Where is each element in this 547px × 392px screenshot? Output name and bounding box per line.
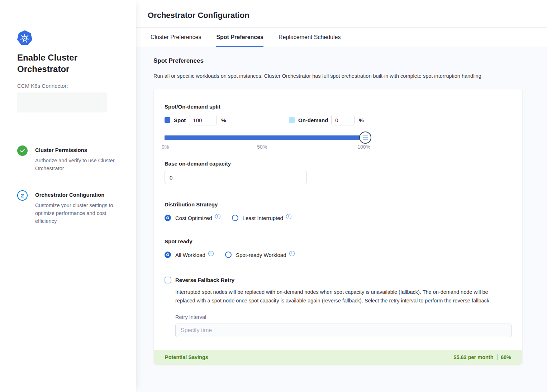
spot-percent-input[interactable] xyxy=(189,115,217,125)
radio-selected-icon[interactable] xyxy=(165,252,171,258)
radio-spot-ready-workload[interactable]: Spot-ready Workload xyxy=(225,252,295,258)
radio-label: Spot-ready Workload xyxy=(236,252,286,258)
radio-label: Cost Optimized xyxy=(175,215,212,221)
base-capacity-field: Base on-demand capacity xyxy=(165,161,511,184)
savings-separator: | xyxy=(496,353,498,360)
radio-label: All Workload xyxy=(175,252,205,258)
step-orchestrator-configuration[interactable]: 2 Orchestrator Configuration Customize y… xyxy=(17,190,122,225)
page-title: Orchestrator Configuration xyxy=(148,11,547,20)
radio-selected-icon[interactable] xyxy=(165,215,171,221)
tab-spot-preferences[interactable]: Spot Preferences xyxy=(216,28,263,47)
connector-label: CCM K8s Connector: xyxy=(17,83,122,89)
step-title: Cluster Permissions xyxy=(35,147,118,153)
spot-ready-options: All Workload Spot-ready Workload xyxy=(165,252,511,258)
slider-track[interactable] xyxy=(165,135,365,140)
spot-ready-label: Spot ready xyxy=(165,238,511,244)
section-description: Run all or specific workloads on spot in… xyxy=(153,73,523,79)
step-cluster-permissions[interactable]: Cluster Permissions Authorize and verify… xyxy=(17,145,122,172)
distribution-strategy-options: Cost Optimized Least Interrupted xyxy=(165,215,511,221)
step-number-icon: 2 xyxy=(17,190,28,201)
split-slider: 0% 50% 100% xyxy=(165,135,365,150)
potential-savings-bar: Potential Savings $5.62 per month | 60% xyxy=(154,350,522,365)
slider-handle-icon[interactable] xyxy=(359,132,371,144)
radio-unselected-icon[interactable] xyxy=(232,215,238,221)
check-circle-icon xyxy=(17,145,28,156)
step-description: Authorize and verify to use Cluster Orch… xyxy=(35,157,118,172)
slider-ticks: 0% 50% 100% xyxy=(165,144,365,150)
radio-cost-optimized[interactable]: Cost Optimized xyxy=(165,215,220,221)
base-capacity-input[interactable] xyxy=(165,171,307,184)
page-header: Orchestrator Configuration xyxy=(136,0,547,27)
tab-content: Spot Preferences Run all or specific wor… xyxy=(136,47,547,392)
distribution-strategy-label: Distribution Strategy xyxy=(165,201,511,207)
savings-amount: $5.62 per month xyxy=(453,354,493,360)
ondemand-color-swatch-icon xyxy=(289,117,295,123)
reverse-fallback-description: Interrupted spot nodes will be replaced … xyxy=(175,288,509,305)
step-title: Orchestrator Configuration xyxy=(35,192,118,198)
radio-label: Least Interrupted xyxy=(243,215,283,221)
info-icon[interactable] xyxy=(286,214,291,219)
split-label: Spot/On-demand split xyxy=(165,104,511,110)
ondemand-label: On-demand xyxy=(298,117,328,123)
step-description: Customize your cluster settings to optim… xyxy=(35,201,118,225)
connector-value-box xyxy=(17,92,107,113)
wizard-title: Enable Cluster Orchestrator xyxy=(17,52,96,75)
potential-savings-label: Potential Savings xyxy=(165,354,208,360)
ondemand-percent-input[interactable] xyxy=(331,115,355,125)
tab-replacement-schedules[interactable]: Replacement Schedules xyxy=(279,28,341,47)
kubernetes-icon xyxy=(17,30,32,46)
reverse-fallback-section: Reverse Fallback Retry Interrupted spot … xyxy=(165,277,511,337)
percent-sign: % xyxy=(359,117,363,123)
radio-all-workload[interactable]: All Workload xyxy=(165,252,214,258)
percent-sign: % xyxy=(221,117,226,123)
wizard-sidebar: Enable Cluster Orchestrator CCM K8s Conn… xyxy=(0,0,136,392)
reverse-fallback-checkbox[interactable] xyxy=(165,277,171,283)
ondemand-split-group: On-demand % xyxy=(289,115,364,125)
potential-savings-value: $5.62 per month | 60% xyxy=(453,354,511,361)
spot-preferences-card: Spot/On-demand split Spot % On-demand % xyxy=(153,89,523,365)
tick-50: 50% xyxy=(257,144,267,150)
radio-least-interrupted[interactable]: Least Interrupted xyxy=(232,215,291,221)
base-capacity-label: Base on-demand capacity xyxy=(165,161,511,167)
tab-bar: Cluster Preferences Spot Preferences Rep… xyxy=(136,28,547,47)
info-icon[interactable] xyxy=(208,251,214,256)
retry-interval-input[interactable] xyxy=(175,324,512,337)
split-row: Spot % On-demand % xyxy=(165,115,511,125)
spot-label: Spot xyxy=(174,117,186,123)
info-icon[interactable] xyxy=(215,214,220,219)
tick-100: 100% xyxy=(357,144,370,150)
radio-unselected-icon[interactable] xyxy=(225,252,232,258)
retry-interval-label: Retry Interval xyxy=(175,314,511,320)
reverse-fallback-label: Reverse Fallback Retry xyxy=(175,277,234,283)
main-panel: Orchestrator Configuration Cluster Prefe… xyxy=(136,0,547,392)
savings-percent: 60% xyxy=(501,354,511,360)
spot-split-group: Spot % xyxy=(165,115,289,125)
wizard-steps: Cluster Permissions Authorize and verify… xyxy=(17,145,122,225)
tick-0: 0% xyxy=(162,144,169,150)
info-icon[interactable] xyxy=(289,251,295,256)
section-heading: Spot Preferences xyxy=(153,57,523,64)
tab-cluster-preferences[interactable]: Cluster Preferences xyxy=(151,28,201,47)
spot-color-swatch-icon xyxy=(165,117,170,123)
